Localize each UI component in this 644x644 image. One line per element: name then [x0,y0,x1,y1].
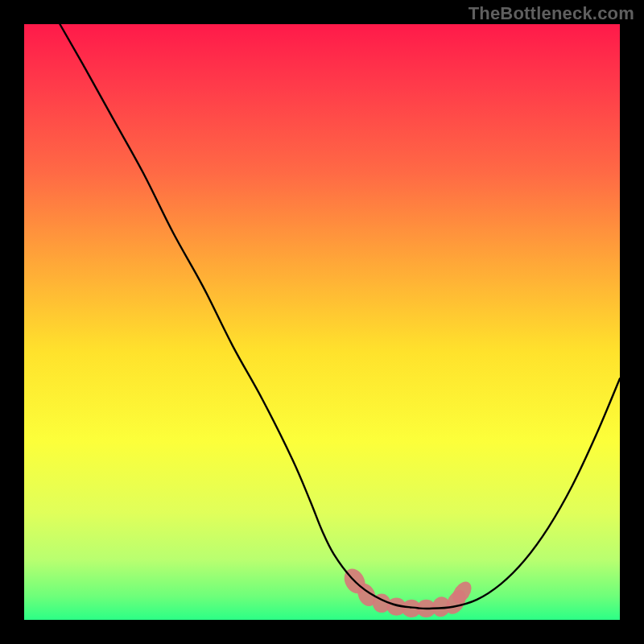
bottleneck-chart [0,0,644,644]
watermark-text: TheBottleneck.com [469,3,634,24]
chart-frame: TheBottleneck.com [0,0,644,644]
